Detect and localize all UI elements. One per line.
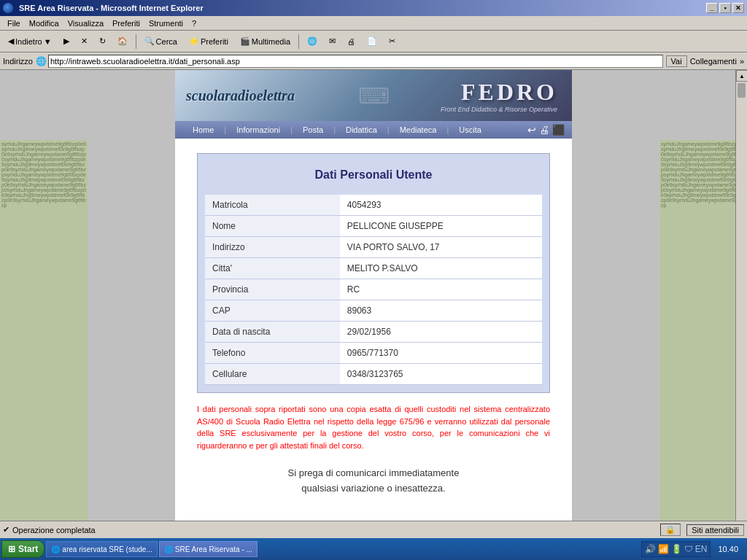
windows-logo-icon: ⊞: [8, 544, 15, 554]
systray-icon-5: EN: [695, 544, 708, 554]
menu-file[interactable]: File: [3, 18, 25, 29]
toolbar: ◀ Indietro ▼ ▶ ✕ ↻ 🏠 🔍 Cerca ⭐ Preferiti…: [0, 31, 747, 52]
table-row: Provincia RC: [205, 279, 542, 300]
favorites-button[interactable]: ⭐ Preferiti: [184, 33, 233, 50]
task-label-1: area riservata SRE (stude...: [62, 545, 152, 553]
scrollbar[interactable]: ▲ ▼: [735, 70, 747, 538]
systray-icon-2: 📶: [658, 544, 669, 554]
table-row: Cellulare 0348/3123765: [205, 364, 542, 385]
taskbar-right: 🔊 📶 🔋 🛡 EN 10.40: [641, 541, 746, 557]
collegamenti-link[interactable]: Collegamenti: [690, 57, 737, 66]
close-button[interactable]: ✕: [732, 3, 744, 13]
forward-arrow-icon: ▶: [63, 36, 69, 46]
field-label-telefono: Telefono: [205, 343, 340, 364]
table-row: Nome PELLICONE GIUSEPPE: [205, 216, 542, 237]
task-button-2[interactable]: 🌐 SRE Area Riservata - ...: [159, 541, 258, 557]
table-row: Citta' MELITO P.SALVO: [205, 258, 542, 279]
ie-logo-icon: [3, 3, 13, 13]
back-label: Indietro: [15, 37, 42, 46]
minimize-button[interactable]: _: [706, 3, 718, 13]
start-label: Start: [18, 544, 38, 554]
table-row: Matricola 4054293: [205, 195, 542, 216]
field-value-telefono: 0965/771370: [340, 343, 542, 364]
address-bar: Indirizzo 🌐 Vai Collegamenti »: [0, 52, 747, 70]
nav-didattica[interactable]: Didattica: [336, 125, 387, 134]
media-btn-4[interactable]: 📄: [362, 33, 382, 50]
systray-icon-1: 🔊: [645, 544, 656, 554]
scroll-up-button[interactable]: ▲: [736, 70, 747, 82]
header-logo: scuolaradioelettra: [175, 88, 295, 104]
contact-message: Si prega di comunicarci immediatamente q…: [197, 466, 550, 497]
media-icon-2: ✉: [329, 36, 336, 46]
vai-button[interactable]: Vai: [666, 55, 687, 67]
scroll-track: [736, 99, 747, 526]
back-dropdown-icon: ▼: [44, 37, 52, 46]
status-left: ✔ Operazione completata: [3, 525, 96, 534]
table-row: Data di nascita 29/02/1956: [205, 322, 542, 343]
stop-button[interactable]: ✕: [76, 33, 93, 50]
right-background: syrhduJhgameywpxtdme9g6fIbzp0e9syrhduJhg…: [659, 140, 747, 538]
nav-mediateca[interactable]: Mediateca: [390, 125, 447, 134]
nav-bookmark-icon[interactable]: ⬛: [552, 124, 565, 136]
home-icon: 🏠: [117, 36, 128, 46]
toolbar-separator-1: [136, 34, 136, 49]
content-area: Dati Personali Utente Matricola 4054293 …: [175, 139, 572, 511]
window-controls[interactable]: _ ▪ ✕: [706, 3, 744, 13]
status-right: 🔒 Siti attendibili: [660, 524, 744, 536]
media-btn-2[interactable]: ✉: [324, 33, 341, 50]
start-button[interactable]: ⊞ Start: [1, 540, 44, 558]
header-image-area: ⌨: [282, 70, 465, 121]
toolbar-separator-2: [298, 34, 299, 49]
refresh-button[interactable]: ↻: [94, 33, 111, 50]
home-button[interactable]: 🏠: [112, 33, 133, 50]
media-icon-1: 🌐: [307, 36, 317, 46]
url-input[interactable]: [48, 55, 663, 68]
stop-icon: ✕: [81, 36, 88, 46]
star-icon: ⭐: [189, 36, 199, 46]
field-value-provincia: RC: [340, 279, 542, 300]
nav-bar: Home | Informazioni | Posta | Didattica …: [175, 121, 572, 139]
scroll-thumb[interactable]: [738, 83, 746, 98]
status-text: Operazione completata: [12, 526, 96, 534]
systray: 🔊 📶 🔋 🛡 EN: [641, 541, 711, 557]
menu-visualizza[interactable]: Visualizza: [63, 18, 108, 29]
browser-viewport: syrhduJhgameywpxtdme9g6fIbzp0e9syrhduJhg…: [0, 70, 747, 538]
contact-line-2: qualsiasi variazione o inesattezza.: [197, 481, 550, 497]
multimedia-button[interactable]: 🎬 Multimedia: [235, 33, 295, 50]
noise-text-right: syrhduJhgameywpxtdme9g6fIbzp0e9syrhduJhg…: [661, 141, 746, 538]
systray-icon-3: 🔋: [671, 544, 682, 554]
menu-modifica[interactable]: Modifica: [25, 18, 63, 29]
menu-preferiti[interactable]: Preferiti: [108, 18, 144, 29]
address-label: Indirizzo: [3, 57, 33, 66]
menu-strumenti[interactable]: Strumenti: [144, 18, 187, 29]
task-label-2: SRE Area Riservata - ...: [175, 545, 252, 553]
menu-help[interactable]: ?: [187, 18, 201, 29]
zone-icon: 🔒: [660, 524, 681, 536]
media-btn-1[interactable]: 🌐: [302, 33, 322, 50]
nav-back-icon[interactable]: ↩: [527, 124, 536, 136]
maximize-button[interactable]: ▪: [719, 3, 731, 13]
nav-uscita[interactable]: Uscita: [449, 125, 492, 134]
field-label-citta: Citta': [205, 258, 340, 279]
contact-line-1: Si prega di comunicarci immediatamente: [197, 466, 550, 481]
title-bar-left: SRE Area Riservata - Microsoft Internet …: [3, 3, 204, 13]
media-icon-3: 🖨: [347, 37, 355, 46]
task-button-1[interactable]: 🌐 area riservata SRE (stude...: [46, 541, 157, 557]
forward-button[interactable]: ▶: [58, 33, 74, 50]
nav-print-icon[interactable]: 🖨: [539, 124, 549, 136]
field-value-data-nascita: 29/02/1956: [340, 322, 542, 343]
table-row: Indirizzo VIA PORTO SALVO, 17: [205, 237, 542, 258]
keyboard-image: ⌨: [282, 70, 465, 121]
media-btn-3[interactable]: 🖨: [342, 33, 360, 50]
collegamenti-arrow-icon: »: [740, 57, 744, 66]
media-btn-5[interactable]: ✂: [384, 33, 400, 50]
back-button[interactable]: ◀ Indietro ▼: [3, 33, 57, 50]
search-button[interactable]: 🔍 Cerca: [139, 33, 182, 50]
task-icon-1: 🌐: [51, 545, 60, 553]
title-bar: SRE Area Riservata - Microsoft Internet …: [0, 0, 747, 16]
privacy-notice: I dati personali sopra riportati sono un…: [197, 403, 550, 451]
nav-posta[interactable]: Posta: [293, 125, 333, 134]
nav-home[interactable]: Home: [182, 125, 224, 134]
window-title: SRE Area Riservata - Microsoft Internet …: [19, 4, 204, 12]
nav-informazioni[interactable]: Informazioni: [226, 125, 290, 134]
